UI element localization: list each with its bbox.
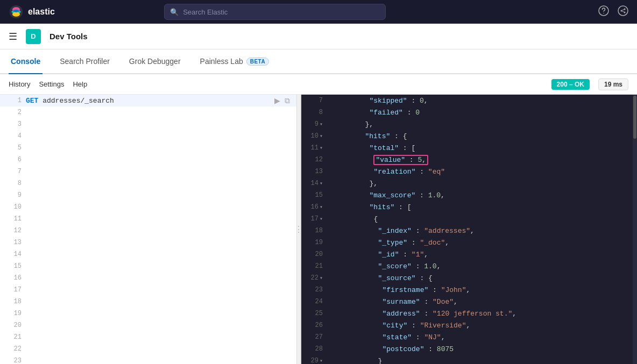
svg-point-6 [603, 12, 604, 13]
page-title: Dev Tools [49, 32, 88, 41]
content-area: 1 GET addresses/_search ▶ ⧉ 2 3 4 5 6 7 … [0, 95, 637, 364]
tab-search-profiler[interactable]: Search Profiler [58, 49, 112, 74]
editor-controls: ▶ ⧉ [274, 95, 290, 106]
copy-button[interactable]: ⧉ [285, 96, 290, 105]
line-content-1: GET addresses/_search [26, 97, 114, 105]
editor-line-2: 2 [0, 106, 301, 118]
scrollbar[interactable] [633, 95, 637, 364]
breadcrumb-avatar: D [26, 29, 41, 44]
editor-line-15: 15 [0, 260, 301, 272]
editor-line-8: 8 [0, 177, 301, 189]
editor-line-16: 16 [0, 272, 301, 284]
editor-line-13: 13 [0, 237, 301, 248]
status-badge: 200 – OK [551, 79, 590, 90]
search-bar[interactable]: 🔍 Search Elastic [164, 4, 386, 20]
hamburger-icon[interactable]: ☰ [9, 31, 17, 42]
api-path: addresses/_search [43, 97, 114, 105]
beta-badge: BETA [246, 58, 269, 66]
svg-point-7 [618, 6, 628, 16]
divider-handle: ⋮ [294, 224, 302, 235]
editor-line-18: 18 [0, 296, 301, 308]
editor-line-6: 6 [0, 154, 301, 166]
svg-point-10 [624, 11, 625, 13]
tab-painless-lab[interactable]: Painless Lab BETA [198, 49, 272, 74]
editor-line-23: 23 [0, 355, 301, 364]
tab-bar: Console Search Profiler Grok Debugger Pa… [0, 49, 637, 74]
tab-grok-debugger[interactable]: Grok Debugger [127, 49, 183, 74]
toolbar: History Settings Help 200 – OK 19 ms [0, 74, 637, 95]
output-panel: 7 "skipped" : 0, 8 "failed" : 0 9▾ }, 10… [301, 95, 637, 364]
editor-line-14: 14 [0, 248, 301, 260]
editor-line-22: 22 [0, 343, 301, 355]
line-number-1: 1 [4, 97, 22, 104]
elastic-logo[interactable]: elastic [9, 4, 55, 19]
logo-text: elastic [28, 7, 55, 17]
editor-line-10: 10 [0, 201, 301, 213]
editor-line-1: 1 GET addresses/_search ▶ ⧉ [0, 95, 301, 106]
editor-line-9: 9 [0, 189, 301, 201]
help-icon[interactable] [598, 5, 609, 19]
scrollbar-thumb[interactable] [633, 96, 636, 139]
history-button[interactable]: History [9, 80, 30, 88]
editor-line-21: 21 [0, 331, 301, 343]
search-placeholder: Search Elastic [183, 8, 228, 16]
editor-line-19: 19 [0, 308, 301, 319]
http-method: GET [26, 97, 38, 105]
time-badge: 19 ms [598, 78, 628, 90]
editor-line-17: 17 [0, 284, 301, 296]
editor-line-20: 20 [0, 319, 301, 331]
svg-line-12 [622, 11, 624, 11]
search-icon: 🔍 [170, 8, 179, 16]
out-ln-7: 7 [303, 97, 323, 104]
svg-point-9 [624, 8, 625, 10]
tab-console[interactable]: Console [9, 49, 43, 74]
editor-line-12: 12 [0, 225, 301, 237]
svg-point-4 [13, 10, 19, 12]
settings-button[interactable]: Settings [39, 80, 64, 88]
nav-icons [598, 5, 628, 19]
editor-line-3: 3 [0, 118, 301, 130]
panel-divider[interactable]: ⋮ [296, 95, 301, 364]
svg-point-3 [12, 12, 20, 17]
editor-line-11: 11 [0, 213, 301, 225]
svg-point-8 [620, 10, 622, 11]
editor-line-4: 4 [0, 130, 301, 142]
svg-line-11 [622, 9, 624, 10]
secondary-navigation: ☰ D Dev Tools [0, 24, 637, 49]
top-navigation: elastic 🔍 Search Elastic [0, 0, 637, 24]
share-icon[interactable] [618, 5, 628, 19]
editor-line-7: 7 [0, 166, 301, 177]
editor-line-5: 5 [0, 142, 301, 154]
editor-panel[interactable]: 1 GET addresses/_search ▶ ⧉ 2 3 4 5 6 7 … [0, 95, 301, 364]
run-button[interactable]: ▶ [274, 96, 280, 105]
help-button[interactable]: Help [73, 80, 87, 88]
